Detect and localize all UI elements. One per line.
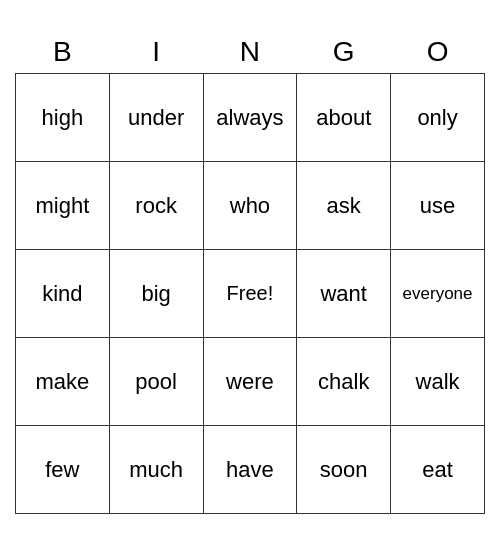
bingo-cell: walk <box>391 338 485 426</box>
bingo-cell: high <box>16 74 110 162</box>
bingo-cell: make <box>16 338 110 426</box>
bingo-table: BINGO highunderalwaysaboutonlymightrockw… <box>15 30 485 515</box>
bingo-cell: about <box>297 74 391 162</box>
bingo-cell: might <box>16 162 110 250</box>
bingo-cell: have <box>203 426 297 514</box>
bingo-cell: only <box>391 74 485 162</box>
table-row: kindbigFree!wanteveryone <box>16 250 485 338</box>
bingo-cell: kind <box>16 250 110 338</box>
table-row: mightrockwhoaskuse <box>16 162 485 250</box>
bingo-cell: want <box>297 250 391 338</box>
bingo-card: BINGO highunderalwaysaboutonlymightrockw… <box>15 30 485 515</box>
table-row: highunderalwaysaboutonly <box>16 74 485 162</box>
bingo-cell: few <box>16 426 110 514</box>
bingo-cell: rock <box>109 162 203 250</box>
bingo-cell: use <box>391 162 485 250</box>
bingo-cell: everyone <box>391 250 485 338</box>
bingo-cell: always <box>203 74 297 162</box>
bingo-cell: eat <box>391 426 485 514</box>
bingo-cell: who <box>203 162 297 250</box>
bingo-cell: Free! <box>203 250 297 338</box>
bingo-cell: ask <box>297 162 391 250</box>
bingo-cell: pool <box>109 338 203 426</box>
header-cell-g: G <box>297 30 391 74</box>
header-cell-n: N <box>203 30 297 74</box>
bingo-cell: soon <box>297 426 391 514</box>
table-row: makepoolwerechalkwalk <box>16 338 485 426</box>
table-row: fewmuchhavesooneat <box>16 426 485 514</box>
header-cell-i: I <box>109 30 203 74</box>
bingo-cell: chalk <box>297 338 391 426</box>
bingo-cell: were <box>203 338 297 426</box>
header-cell-b: B <box>16 30 110 74</box>
header-row: BINGO <box>16 30 485 74</box>
bingo-cell: much <box>109 426 203 514</box>
bingo-cell: under <box>109 74 203 162</box>
bingo-cell: big <box>109 250 203 338</box>
header-cell-o: O <box>391 30 485 74</box>
